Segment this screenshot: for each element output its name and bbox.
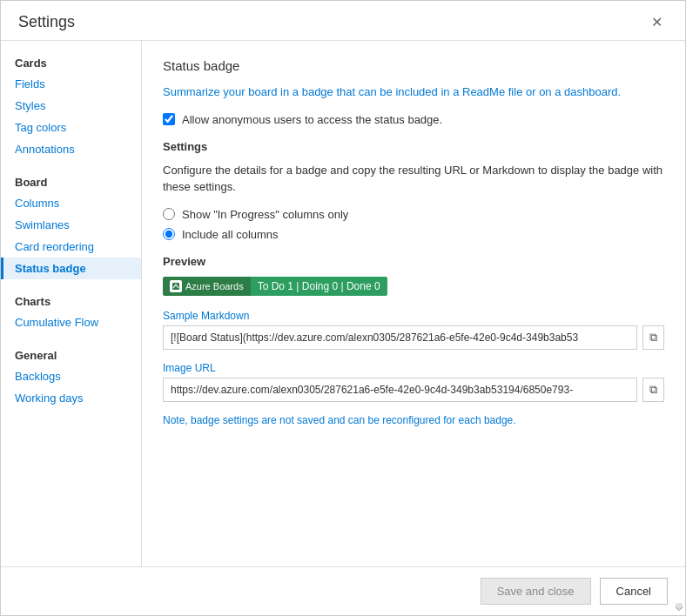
sidebar-item-annotations[interactable]: Annotations [1, 138, 141, 160]
close-button[interactable]: ✕ [646, 14, 668, 31]
preview-heading: Preview [163, 255, 664, 268]
dialog-body: Cards Fields Styles Tag colors Annotatio… [1, 41, 685, 566]
copy-url-button[interactable]: ⧉ [642, 378, 664, 402]
sample-markdown-input[interactable] [163, 325, 637, 350]
copy-url-icon: ⧉ [649, 383, 657, 397]
sidebar-item-backlogs[interactable]: Backlogs [1, 365, 141, 387]
radio-allcolumns[interactable] [163, 228, 175, 240]
sidebar-item-status-badge[interactable]: Status badge [1, 258, 141, 279]
radio-inprogress[interactable] [163, 208, 175, 220]
dialog-footer: Save and close Cancel [1, 566, 685, 615]
badge-preview: Azure Boards To Do 1 | Doing 0 | Done 0 [163, 277, 387, 296]
section-title: Status badge [163, 58, 664, 73]
radio-allcolumns-label[interactable]: Include all columns [182, 228, 279, 241]
sidebar-section-board: Board [1, 169, 141, 192]
sidebar: Cards Fields Styles Tag colors Annotatio… [1, 41, 142, 566]
sample-markdown-row: ⧉ [163, 325, 664, 350]
save-and-close-button[interactable]: Save and close [481, 578, 591, 605]
sidebar-item-columns[interactable]: Columns [1, 192, 141, 214]
sidebar-item-styles[interactable]: Styles [1, 95, 141, 117]
allow-anonymous-checkbox[interactable] [163, 113, 175, 125]
allow-anonymous-label[interactable]: Allow anonymous users to access the stat… [182, 113, 442, 126]
image-url-input[interactable] [163, 378, 637, 402]
radio-inprogress-label[interactable]: Show "In Progress" columns only [182, 208, 348, 221]
dialog-header: Settings ✕ [1, 1, 685, 41]
sidebar-item-card-reordering[interactable]: Card reordering [1, 236, 141, 258]
allow-anonymous-row: Allow anonymous users to access the stat… [163, 113, 664, 126]
note-text: Note, badge settings are not saved and c… [163, 414, 664, 426]
badge-status-text: To Do 1 | Doing 0 | Done 0 [251, 277, 387, 296]
badge-logo-text: Azure Boards [185, 281, 244, 291]
dialog-title: Settings [18, 13, 75, 31]
radio-group: Show "In Progress" columns only Include … [163, 208, 664, 241]
sidebar-section-charts: Charts [1, 288, 141, 311]
sidebar-section-general: General [1, 342, 141, 365]
sidebar-item-working-days[interactable]: Working days [1, 387, 141, 409]
info-text: Summarize your board in a badge that can… [163, 84, 664, 101]
configure-text: Configure the details for a badge and co… [163, 162, 664, 196]
copy-icon: ⧉ [649, 331, 657, 345]
image-url-label: Image URL [163, 362, 664, 374]
sidebar-item-tag-colors[interactable]: Tag colors [1, 117, 141, 138]
settings-dialog: Settings ✕ Cards Fields Styles Tag color… [0, 0, 686, 616]
sidebar-item-cumulative-flow[interactable]: Cumulative Flow [1, 311, 141, 333]
copy-markdown-button[interactable]: ⧉ [642, 325, 664, 350]
settings-heading: Settings [163, 140, 664, 153]
resize-handle[interactable]: ⟱ [675, 601, 683, 613]
main-content: Status badge Summarize your board in a b… [142, 41, 685, 566]
sidebar-item-swimlanes[interactable]: Swimlanes [1, 214, 141, 236]
sidebar-item-fields[interactable]: Fields [1, 73, 141, 95]
image-url-row: ⧉ [163, 378, 664, 402]
radio-row-inprogress: Show "In Progress" columns only [163, 208, 664, 221]
sidebar-section-cards: Cards [1, 50, 141, 73]
badge-logo: Azure Boards [163, 277, 251, 296]
cancel-button[interactable]: Cancel [600, 578, 668, 605]
azure-boards-icon [170, 280, 182, 292]
sample-markdown-label: Sample Markdown [163, 310, 664, 322]
radio-row-allcolumns: Include all columns [163, 228, 664, 241]
